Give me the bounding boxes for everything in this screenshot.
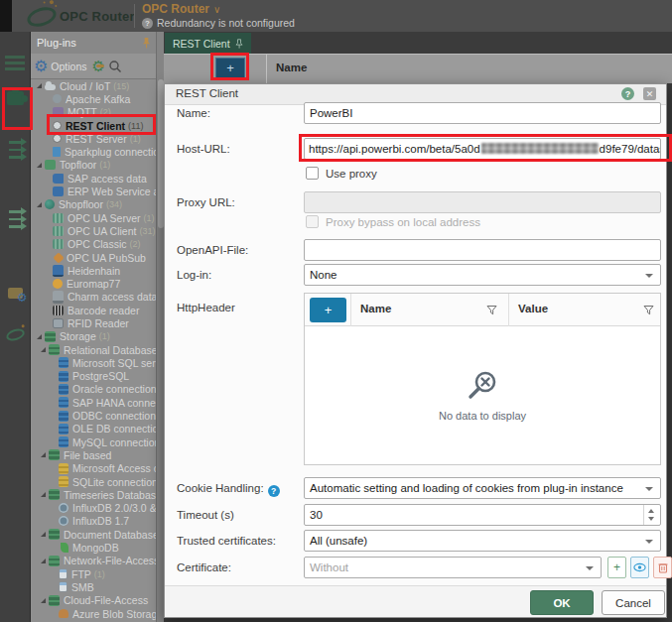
help-icon[interactable]: ? [142,18,153,29]
tree-item-sparkplug-connections[interactable]: Sparkplug connections [31,145,156,158]
expander-icon[interactable] [37,83,42,88]
db-blue-icon [59,436,68,447]
httpheader-value-column[interactable]: Value [518,303,548,314]
project-settings-button[interactable] [0,288,30,299]
tree-item-influxdb-1-7[interactable]: InfluxDB 1.7 [31,515,156,528]
tree-item-network-file-access[interactable]: Network-File-Access(1 [31,555,156,567]
cancel-button[interactable]: Cancel [602,590,665,615]
filter-icon[interactable] [486,305,497,315]
tree-item-smb[interactable]: SMB [31,580,156,593]
delete-certificate-button[interactable] [653,557,672,578]
tree-item-relational-databases[interactable]: Relational Databases [31,343,156,356]
tree-item-azure-blob-storage[interactable]: Azure Blob Storage [31,607,156,620]
tree-item-sap-access-data[interactable]: SAP access data [31,172,156,185]
project-title[interactable]: OPC Router∨ [142,2,220,16]
tree-item-sap-hana-connectio[interactable]: SAP HANA connectio [31,396,156,409]
tree-item-opc-ua-server[interactable]: OPC UA Server(1) [31,211,156,224]
expander-icon[interactable] [41,492,46,497]
name-column-header[interactable]: Name [276,62,307,73]
menu-button[interactable] [0,56,30,70]
ok-button[interactable]: OK [530,590,594,615]
tree-item-opc-ua-pubsub[interactable]: OPC UA PubSub [31,251,156,264]
expander-icon[interactable] [37,202,42,207]
tree-item-mqtt[interactable]: MQTT(2) [31,106,156,119]
tree-item-label: Topfloor [60,159,96,171]
tree-item-file-based[interactable]: File based [31,448,156,461]
tree-item-rest-client[interactable]: REST Client(11) [31,119,156,132]
expander-icon[interactable] [37,334,42,339]
filter-icon[interactable] [643,305,654,315]
login-select[interactable]: None [304,264,661,286]
add-certificate-button[interactable]: + [607,557,626,578]
view-certificate-button[interactable] [630,557,649,578]
tree-item-topfloor[interactable]: Topfloor(1) [31,159,156,172]
httpheader-name-column[interactable]: Name [360,303,391,314]
dialog-close-button[interactable]: ✕ [643,87,656,100]
plugins-button[interactable] [0,91,30,105]
tree-item-microsoft-sql-server[interactable]: Microsoft SQL server [31,356,156,369]
tree-item-odbc-connections[interactable]: ODBC connections [31,409,156,422]
timeout-stepper[interactable]: 30 [304,504,661,526]
add-connection-button[interactable]: + [215,58,245,78]
connections-button[interactable] [0,141,30,159]
use-proxy-checkbox[interactable] [306,167,319,180]
tree-item-oracle-connections[interactable]: Oracle connections [31,383,156,396]
expander-icon[interactable] [41,559,46,563]
expander-icon[interactable] [41,452,46,457]
tree-item-influxdb-2-0-3-0-c[interactable]: InfluxDB 2.0/3.0 & C [31,502,156,515]
tree-item-timeseries-databases[interactable]: Timeseries Databases [31,488,156,501]
tab-rest-client[interactable]: REST Client [165,33,251,54]
tree-item-ftp[interactable]: FTP(1) [31,567,156,580]
expander-icon[interactable] [37,163,42,168]
tree-item-opc-classic[interactable]: OPC Classic(2) [31,238,156,251]
tree-item-charm-access-data[interactable]: Charm access data [31,291,156,304]
connections-alt-button[interactable] [0,210,30,228]
spinner-buttons[interactable] [643,505,660,525]
column-divider [266,55,267,84]
tree-item-rest-server[interactable]: REST Server(1) [31,132,156,145]
host-url-input[interactable]: https://api.powerbi.com/beta/5a0dd9fe79/… [304,138,661,160]
help-icon[interactable]: ? [268,485,280,497]
expander-icon[interactable] [41,532,46,537]
name-input[interactable] [304,102,661,124]
tree-item-heidenhain[interactable]: Heidenhain [31,264,156,277]
tree-item-erp-web-service-acces[interactable]: ERP Web Service acces [31,185,156,197]
openapi-file-input[interactable] [304,239,661,261]
tree-item-storage[interactable]: Storage(1) [31,330,156,343]
pin-icon[interactable] [235,39,243,49]
gear-icon[interactable]: ⚙ [34,59,48,74]
pin-icon[interactable] [142,37,151,49]
tree-item-microsoft-access-con[interactable]: Microsoft Access con [31,462,156,475]
tree-item-cloud-iot[interactable]: Cloud / IoT(15) [31,79,156,92]
opc-router-home-button[interactable] [0,329,30,340]
tree-item-rfid-reader[interactable]: RFID Reader [31,316,156,329]
add-header-button[interactable]: + [310,298,346,322]
dialog-help-button[interactable]: ? [621,87,634,100]
tree-item-cloud-file-access[interactable]: Cloud-File-Access [31,594,156,607]
certificate-select[interactable]: Without [304,557,602,578]
spin-down-icon[interactable] [648,517,654,521]
tree-item-shopfloor[interactable]: Shopfloor(34) [31,198,156,211]
tree-item-euromap77[interactable]: Euromap77 [31,277,156,290]
trusted-certificates-select[interactable]: All (unsafe) [304,530,661,552]
search-icon[interactable] [108,60,122,73]
tree-item-apache-kafka[interactable]: Apache Kafka [31,92,156,105]
tree-item-mysql-connections[interactable]: MySQL connections [31,435,156,448]
cookie-handling-select[interactable]: Automatic setting and loading of cookies… [304,477,661,499]
use-proxy-label[interactable]: Use proxy [326,167,377,181]
options-label[interactable]: Options [51,61,86,72]
tree-item-sqlite-connections[interactable]: SQLite connections [31,475,156,488]
tree-item-postgresql[interactable]: PostgreSQL [31,370,156,383]
tree-item-mongodb[interactable]: MongoDB [31,541,156,554]
tree-item-barcode-reader[interactable]: Barcode reader [31,304,156,316]
expander-icon[interactable] [41,347,46,352]
expander-icon[interactable] [41,598,46,603]
tree-item-document-databases[interactable]: Document Databases [31,528,156,541]
spin-up-icon[interactable] [648,509,654,513]
license-gear-icon[interactable]: ⚙ [92,59,105,73]
tree-item-ole-db-connections[interactable]: OLE DB connections [31,423,156,435]
tree-item-count: (11) [128,121,143,131]
tree-item-opc-ua-client[interactable]: OPC UA Client(31) [31,224,156,237]
proxy-url-label: Proxy URL: [177,191,235,213]
tree-scrollbar[interactable] [156,32,164,622]
